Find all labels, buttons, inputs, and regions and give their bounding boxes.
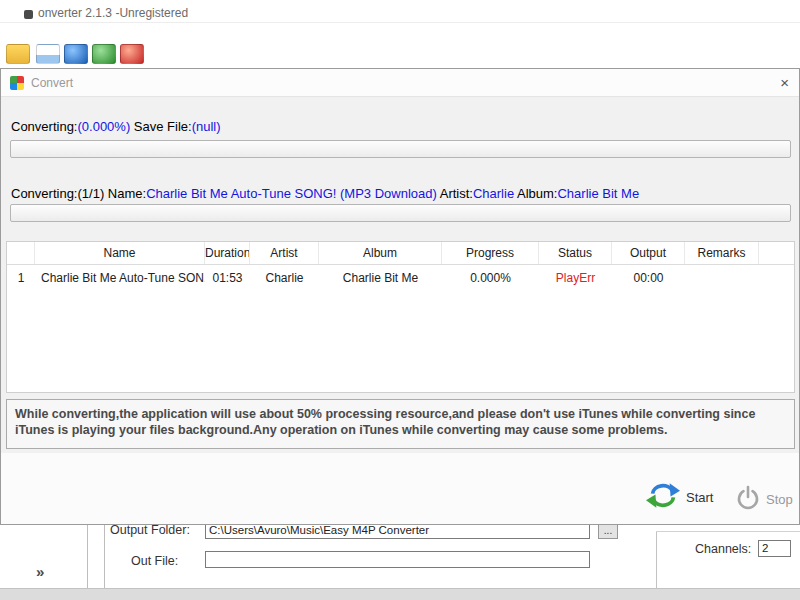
titlebar-divider bbox=[0, 22, 800, 23]
close-icon[interactable]: × bbox=[780, 69, 789, 97]
table-row[interactable]: 1 Charlie Bit Me Auto-Tune SON... 01:53 … bbox=[7, 266, 794, 291]
row-duration: 01:53 bbox=[205, 266, 250, 291]
track-album-label: Album: bbox=[514, 186, 557, 201]
save-file-value: (null) bbox=[192, 119, 221, 134]
collapse-chevron[interactable]: » bbox=[36, 563, 44, 580]
track-prefix-label: Converting:(1/1) Name: bbox=[11, 186, 146, 201]
overall-progress-text: Converting:(0.000%) Save File:(null) bbox=[11, 119, 221, 134]
red-orb-icon[interactable] bbox=[120, 44, 144, 64]
dialog-titlebar[interactable]: Convert × bbox=[1, 69, 799, 97]
channels-input[interactable]: 2 bbox=[758, 540, 791, 557]
overall-progress-bar bbox=[10, 140, 791, 158]
power-icon bbox=[735, 484, 761, 514]
start-button[interactable]: Start bbox=[646, 479, 713, 515]
row-album: Charlie Bit Me bbox=[319, 266, 442, 291]
header-output[interactable]: Output bbox=[612, 242, 685, 264]
folder-icon[interactable] bbox=[6, 44, 30, 64]
header-album[interactable]: Album bbox=[319, 242, 442, 264]
app-window-icon bbox=[24, 10, 33, 19]
row-artist: Charlie bbox=[250, 266, 319, 291]
converting-label: Converting: bbox=[11, 119, 77, 134]
tracks-table: Name Duration Artist Album Progress Stat… bbox=[6, 241, 795, 393]
track-artist-label: Artist: bbox=[437, 186, 473, 201]
header-name[interactable]: Name bbox=[35, 242, 205, 264]
converting-percent: (0.000%) bbox=[77, 119, 130, 134]
stop-button[interactable]: Stop bbox=[735, 484, 793, 514]
itunes-warning-text: While converting,the application will us… bbox=[6, 399, 795, 449]
stop-button-label: Stop bbox=[766, 492, 793, 507]
output-folder-label: Output Folder: bbox=[110, 523, 190, 537]
settings-panel-border bbox=[656, 531, 657, 588]
row-name: Charlie Bit Me Auto-Tune SON... bbox=[35, 266, 205, 291]
table-header-row: Name Duration Artist Album Progress Stat… bbox=[7, 242, 794, 265]
convert-dialog: Convert × Converting:(0.000%) Save File:… bbox=[0, 68, 800, 525]
sync-arrows-icon bbox=[646, 480, 680, 515]
row-index: 1 bbox=[7, 266, 35, 291]
row-remarks bbox=[685, 266, 759, 291]
row-output: 00:00 bbox=[612, 266, 685, 291]
header-remarks[interactable]: Remarks bbox=[685, 242, 759, 264]
sidebar-border-right bbox=[104, 525, 105, 588]
document-icon[interactable] bbox=[36, 44, 60, 64]
status-bar bbox=[0, 588, 800, 600]
dialog-title: Convert bbox=[31, 69, 73, 97]
track-progress-text: Converting:(1/1) Name:Charlie Bit Me Aut… bbox=[11, 186, 639, 201]
blue-orb-icon[interactable] bbox=[64, 44, 88, 64]
row-progress: 0.000% bbox=[442, 266, 539, 291]
row-status: PlayErr bbox=[539, 266, 612, 291]
track-name-value: Charlie Bit Me Auto-Tune SONG! (MP3 Down… bbox=[146, 186, 437, 201]
header-artist[interactable]: Artist bbox=[250, 242, 319, 264]
track-artist-value: Charlie bbox=[473, 186, 514, 201]
window-title: onverter 2.1.3 -Unregistered bbox=[38, 6, 188, 20]
sidebar-border-left bbox=[87, 525, 88, 588]
track-progress-bar bbox=[10, 204, 791, 222]
track-album-value: Charlie Bit Me bbox=[557, 186, 639, 201]
header-progress[interactable]: Progress bbox=[442, 242, 539, 264]
browse-button[interactable]: ... bbox=[598, 523, 618, 539]
header-duration[interactable]: Duration bbox=[205, 242, 250, 264]
green-orb-icon[interactable] bbox=[92, 44, 116, 64]
start-button-label: Start bbox=[686, 490, 713, 505]
header-index[interactable] bbox=[7, 242, 35, 264]
app-logo-icon bbox=[10, 76, 24, 90]
save-file-label: Save File: bbox=[130, 119, 191, 134]
settings-panel-border-top bbox=[656, 531, 800, 532]
out-file-input[interactable] bbox=[205, 551, 590, 568]
channels-label: Channels: bbox=[695, 542, 751, 556]
header-status[interactable]: Status bbox=[539, 242, 612, 264]
out-file-label: Out File: bbox=[131, 554, 178, 568]
